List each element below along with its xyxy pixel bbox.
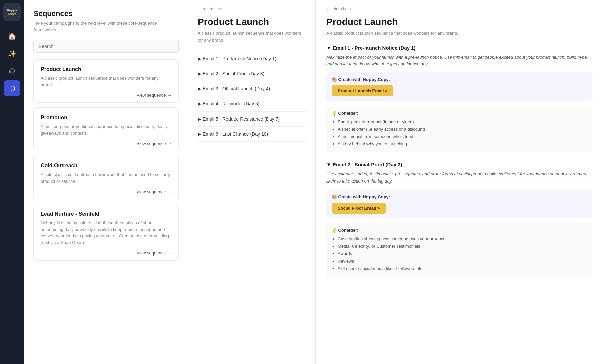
card-lead-nurture-title: Lead Nurture - Seinfeld	[41, 211, 172, 217]
section2-body: Use customer stories, testimonials, pres…	[326, 171, 592, 185]
card-cold-outreach-title: Cold Outreach	[41, 163, 172, 169]
logo-hoppy: Hoppy	[7, 9, 17, 12]
section2-create-label: 🎨 Create with Hoppy Copy:	[332, 194, 587, 199]
sequences-subtitle: Take your campaigns to the next level wi…	[34, 20, 179, 33]
consider-item: Media, Celebrity, or Customer Testimonia…	[338, 243, 587, 250]
sequences-panel: Sequences Take your campaigns to the nex…	[24, 0, 188, 364]
card-cold-outreach[interactable]: Cold Outreach A cold classic cold outrea…	[34, 156, 179, 199]
card-product-launch-desc: A classic product launch sequence that d…	[41, 75, 172, 88]
view-promotion-link[interactable]: View sequence →	[41, 141, 172, 146]
email-item-6[interactable]: ▶ Email 6 - Last Chance (Day 10)	[198, 127, 306, 142]
consider-item: A special offer (i.e early access or a d…	[338, 126, 587, 133]
card-product-launch[interactable]: Product Launch A classic product launch …	[34, 59, 179, 103]
email-section-1: ▼ Email 1 - Pre-launch Notice (Day 1) Ma…	[326, 45, 592, 153]
nav-home[interactable]: 🏠	[4, 28, 20, 44]
section1-create-box: 🎨 Create with Hoppy Copy: Product Launch…	[326, 72, 592, 101]
card-promotion[interactable]: Promotion A multipurpose promotional seq…	[34, 107, 179, 151]
email-section-2: ▼ Email 2 - Social Proof (Day 3) Use cus…	[326, 162, 592, 277]
email-item-1[interactable]: ▶ Email 1 - Pre-launch Notice (Day 1)	[198, 51, 306, 66]
section1-consider-box: 💡 Consider: Sneak peak of product (image…	[326, 106, 592, 152]
consider-item: Reviews	[338, 258, 587, 265]
email-item-2[interactable]: ▶ Email 2 - Social Proof (Day 3)	[198, 66, 306, 81]
email-detail-panel: ← return back Product Launch A classic p…	[316, 0, 603, 364]
view-cold-outreach-link[interactable]: View sequence →	[41, 189, 172, 194]
view-product-launch-link[interactable]: View sequence →	[41, 93, 172, 98]
nav-at[interactable]: @	[4, 63, 20, 79]
logo-box: Hoppy Copy	[3, 3, 21, 21]
email-item-3[interactable]: ▶ Email 3 - Official Launch (Day 4)	[198, 81, 306, 96]
nav-magic[interactable]: ✨	[4, 46, 20, 62]
email-item-4[interactable]: ▶ Email 4 - Reminder (Day 5)	[198, 96, 306, 112]
email-detail-desc: A classic product launch sequence that d…	[326, 30, 592, 37]
email-list-panel: ← return back Product Launch A classic p…	[188, 0, 316, 364]
card-cold-outreach-desc: A cold classic cold outreach framework t…	[41, 171, 172, 185]
sidebar: Hoppy Copy 🏠 ✨ @ ⬡	[0, 0, 24, 364]
card-product-launch-title: Product Launch	[41, 66, 172, 72]
section1-create-btn[interactable]: Product Launch Email >	[332, 85, 393, 96]
section1-header[interactable]: ▼ Email 1 - Pre-launch Notice (Day 1)	[326, 45, 592, 51]
email-list-return[interactable]: ← return back	[198, 7, 306, 11]
consider-item: Case studies showing how someone uses yo…	[338, 235, 587, 243]
section2-header[interactable]: ▼ Email 2 - Social Proof (Day 3)	[326, 162, 592, 167]
section2-consider-title: 💡 Consider:	[332, 228, 587, 233]
card-promotion-desc: A multipurpose promotional sequence for …	[41, 123, 172, 136]
view-lead-nurture-link[interactable]: View sequence →	[41, 250, 172, 256]
email-list-desc: A classic product launch sequence that d…	[198, 30, 306, 43]
consider-item: Sneak peak of product (image or video)	[338, 118, 587, 126]
logo-area: Hoppy Copy	[0, 0, 24, 24]
section1-create-label: 🎨 Create with Hoppy Copy:	[332, 77, 587, 82]
section1-consider-title: 💡 Consider:	[332, 111, 587, 116]
section2-create-box: 🎨 Create with Hoppy Copy: Social Proof E…	[326, 190, 592, 218]
section2-consider-list: Case studies showing how someone uses yo…	[332, 235, 587, 272]
sequences-title: Sequences	[34, 9, 179, 18]
card-promotion-title: Promotion	[41, 115, 172, 121]
main-content: Sequences Take your campaigns to the nex…	[24, 0, 603, 364]
section2-create-btn[interactable]: Social Proof Email >	[332, 203, 386, 214]
logo-copy: Copy	[8, 12, 16, 15]
section1-consider-list: Sneak peak of product (image or video) A…	[332, 118, 587, 148]
card-lead-nurture-desc: Nobody likes being sold to. Use these th…	[41, 220, 172, 246]
nav-sequences[interactable]: ⬡	[4, 80, 20, 96]
section2-consider-box: 💡 Consider: Case studies showing how som…	[326, 223, 592, 277]
email-detail-return[interactable]: ← return back	[326, 7, 592, 11]
search-input[interactable]	[34, 40, 179, 53]
consider-item: # of users / social media likes / follow…	[338, 265, 587, 272]
email-detail-title: Product Launch	[326, 17, 592, 27]
section1-body: Maximize the impact of your launch with …	[326, 54, 592, 68]
consider-item: A story behind why you're launching	[338, 140, 587, 148]
card-lead-nurture[interactable]: Lead Nurture - Seinfeld Nobody likes bei…	[34, 204, 179, 261]
consider-item: A testimonial from someone who's tried i…	[338, 133, 587, 140]
email-list-title: Product Launch	[198, 17, 306, 27]
email-item-5[interactable]: ▶ Email 5 - Reduce Resistance (Day 7)	[198, 112, 306, 127]
nav-items: 🏠 ✨ @ ⬡	[0, 28, 24, 96]
consider-item: Awards	[338, 250, 587, 258]
